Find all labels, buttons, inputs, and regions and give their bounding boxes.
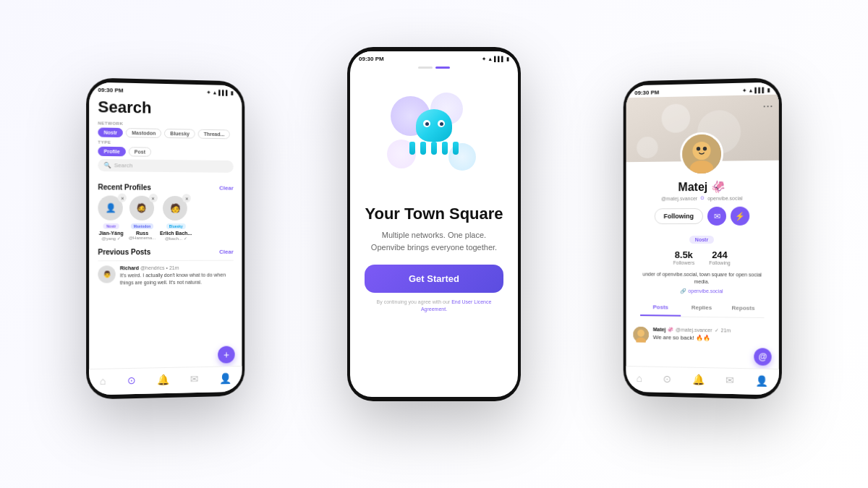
post-avatar-0: 👨 — [98, 265, 115, 283]
following-button[interactable]: Following — [655, 208, 703, 224]
post-item-0: 👨 Richard @hendrics • 21m It's weird. I … — [98, 260, 233, 291]
feed-time: 21m — [721, 328, 731, 333]
profile-actions: Following ✉ ⚡ — [634, 207, 770, 226]
profile-handle-1: @Hannema... — [129, 236, 156, 240]
terms-text: By continuing you agree with our End Use… — [365, 299, 503, 313]
search-input-wrap[interactable]: 🔍 Search — [98, 159, 233, 173]
zap-button[interactable]: ⚡ — [731, 207, 749, 226]
profile-screen: 09:30 PM ✦ ▲ ▌▌▌ ▮ — [626, 82, 779, 395]
octo-tentacles — [405, 142, 463, 155]
recent-profiles-header: Recent Profiles Clear — [98, 183, 233, 192]
chip-bluesky[interactable]: Bluesky — [164, 129, 195, 139]
chip-nostr[interactable]: Nostr — [98, 127, 123, 137]
more-options-button[interactable]: ⋯ — [762, 100, 773, 112]
badge-nostr-0: Nostr — [103, 223, 119, 229]
profile-handle-2: @bach... ✓ — [165, 236, 187, 241]
phone-right: 09:30 PM ✦ ▲ ▌▌▌ ▮ — [624, 77, 782, 399]
onboard-screen: 09:30 PM ✦ ▲ ▌▌▌ ▮ — [350, 51, 518, 397]
network-chips: Nostr Mastodon Bluesky Thread... — [98, 127, 233, 139]
octo-head — [416, 109, 452, 142]
nav-mail-icon-r[interactable]: ✉ — [726, 374, 734, 385]
profile-name-1: Russ — [136, 231, 148, 236]
tabs-row: Posts Replies Reposts — [640, 299, 764, 318]
profile-link: 🔗 openvibe.social — [634, 288, 770, 294]
profile-avatar-large — [680, 132, 723, 176]
status-icons-left: ✦ ▲ ▌▌▌ ▮ — [207, 90, 234, 96]
feed-handle: @matej.svancer — [676, 328, 712, 333]
close-profile-2[interactable]: ✕ — [182, 194, 191, 202]
search-header: Search NETWORK Nostr Mastodon Bluesky Th… — [89, 95, 242, 179]
tab-posts[interactable]: Posts — [640, 299, 681, 316]
pill-0 — [418, 67, 433, 69]
search-icon: 🔍 — [104, 162, 111, 168]
profile-display-name: Matej 🦑 — [634, 179, 770, 194]
status-icons-right: ✦ ▲ ▌▌▌ ▮ — [742, 87, 770, 93]
followers-label: Followers — [673, 260, 695, 265]
chip-thread[interactable]: Thread... — [198, 129, 230, 140]
phone-center: 09:30 PM ✦ ▲ ▌▌▌ ▮ — [347, 47, 521, 401]
onboard-title: Your Town Square — [365, 205, 503, 223]
reply-fab[interactable]: @ — [754, 348, 771, 366]
tab-replies[interactable]: Replies — [681, 299, 723, 317]
status-time-right: 09:30 PM — [634, 89, 659, 96]
chip-mastodon[interactable]: Mastodon — [126, 128, 161, 138]
profile-card-2: 🧑 ✕ Bluesky Erlich Bach... @bach... ✓ — [160, 196, 192, 241]
post-meta-0: Richard @hendrics • 21m — [120, 265, 234, 271]
nav-mail-icon[interactable]: ✉ — [190, 373, 199, 385]
type-chips: Profile Post — [98, 147, 233, 158]
phone-left: 09:30 PM ✦ ▲ ▌▌▌ ▮ Search NETWORK Nostr … — [86, 77, 244, 399]
feed-verified: ✓ — [714, 328, 718, 333]
post-feed: Matej 🦑 @matej.svancer ✓ 21m We are so b… — [626, 322, 779, 348]
bio-link-text[interactable]: openvibe.social — [688, 288, 723, 294]
feed-avatar-0 — [633, 326, 649, 342]
get-started-button[interactable]: Get Started — [365, 265, 503, 293]
badge-mastodon-1: Mastodon — [131, 223, 154, 229]
profile-handles: @matej.svancer ⊙ openvibe.social — [634, 194, 770, 201]
search-placeholder: Search — [114, 162, 133, 168]
bottom-nav-left: ⌂ ⊙ 🔔 ✉ 👤 — [89, 366, 242, 395]
search-body: Recent Profiles Clear 👤 ✕ Nostr Jian-Yán… — [89, 177, 242, 297]
status-time-left: 09:30 PM — [98, 87, 123, 94]
status-bar-center: 09:30 PM ✦ ▲ ▌▌▌ ▮ — [350, 51, 518, 64]
feed-meta-0: Matej 🦑 @matej.svancer ✓ 21m — [653, 327, 772, 334]
post-author-0: Richard — [120, 265, 139, 270]
nav-home-icon-r[interactable]: ⌂ — [637, 372, 642, 384]
clear-posts-button[interactable]: Clear — [219, 249, 234, 255]
status-time-center: 09:30 PM — [359, 56, 384, 62]
type-label: TYPE — [98, 140, 233, 147]
chip-profile[interactable]: Profile — [98, 147, 125, 157]
nav-profile-icon[interactable]: 👤 — [220, 372, 232, 384]
nav-home-icon[interactable]: ⌂ — [100, 374, 106, 386]
status-icons-center: ✦ ▲ ▌▌▌ ▮ — [482, 56, 509, 62]
post-text-0: It's weird. I actually don't know what t… — [120, 272, 234, 287]
followers-stat: 8.5k Followers — [673, 249, 695, 265]
compose-fab[interactable]: + — [218, 346, 234, 363]
onboard-description: Multiple networks. One place. Openvibe b… — [365, 229, 503, 253]
terms-prefix: By continuing you agree with our — [377, 299, 452, 304]
prev-posts-title: Previous Posts — [98, 248, 150, 256]
mascot — [383, 89, 485, 190]
mascot-area — [350, 74, 518, 205]
profile-bio: under of openvibe.social, town square fo… — [634, 271, 770, 286]
handle1: @matej.svancer — [661, 196, 697, 201]
pill-indicators — [350, 64, 518, 74]
close-profile-0[interactable]: ✕ — [118, 194, 127, 202]
message-button[interactable]: ✉ — [707, 207, 726, 226]
profile-name-0: Jian-Yáng — [99, 231, 124, 236]
search-screen: 09:30 PM ✦ ▲ ▌▌▌ ▮ Search NETWORK Nostr … — [89, 82, 242, 395]
clear-recent-button[interactable]: Clear — [219, 185, 234, 192]
close-profile-1[interactable]: ✕ — [149, 194, 158, 202]
octo-eye-right — [438, 120, 445, 127]
nav-search-icon[interactable]: ⊙ — [127, 374, 136, 385]
previous-posts: Previous Posts Clear 👨 Richard @hendrics… — [98, 248, 233, 291]
nav-bell-icon[interactable]: 🔔 — [157, 373, 169, 385]
stats-row: 8.5k Followers 244 Following — [634, 249, 770, 266]
nostr-tag: Nostr — [689, 236, 714, 244]
tab-reposts[interactable]: Reposts — [723, 300, 765, 317]
nav-search-icon-r[interactable]: ⊙ — [663, 372, 672, 384]
chip-post[interactable]: Post — [129, 147, 151, 156]
nav-profile-icon-r[interactable]: 👤 — [756, 374, 768, 387]
post-handle-0: @hendrics • 21m — [140, 265, 179, 270]
profile-cover: ⋯ — [626, 95, 779, 163]
nav-bell-icon-r[interactable]: 🔔 — [692, 373, 705, 385]
